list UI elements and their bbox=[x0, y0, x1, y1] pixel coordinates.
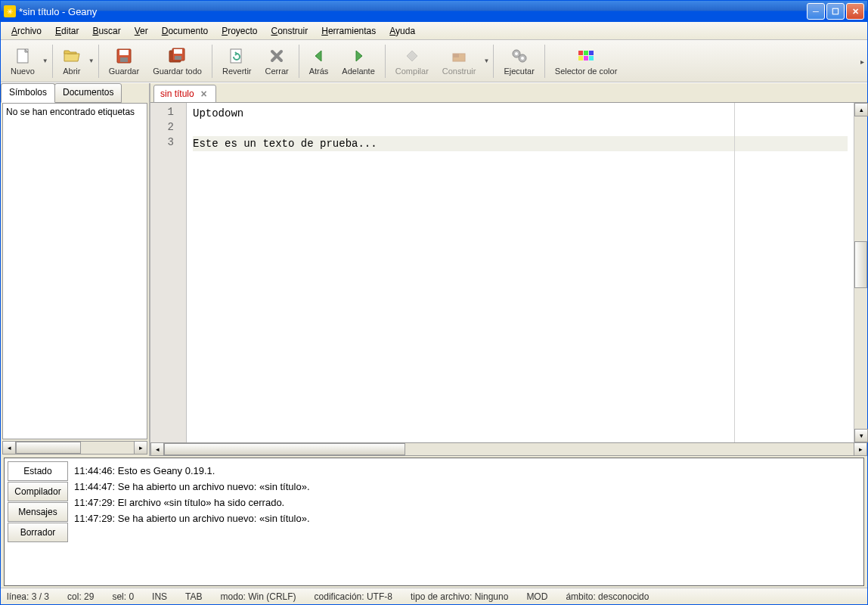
forward-button[interactable]: Adelante bbox=[335, 42, 381, 80]
menu-editar[interactable]: Editar bbox=[49, 23, 85, 39]
compile-icon bbox=[403, 47, 421, 65]
app-icon: ✳ bbox=[4, 5, 16, 17]
new-file-icon bbox=[14, 47, 32, 65]
svg-rect-20 bbox=[589, 56, 594, 60]
svg-rect-6 bbox=[174, 49, 182, 54]
message-line[interactable]: 11:47:29: El archivo «sin título» ha sid… bbox=[74, 495, 854, 510]
svg-rect-18 bbox=[578, 56, 583, 60]
gears-icon bbox=[510, 47, 529, 65]
message-panel: Estado Compilador Mensajes Borrador 11:4… bbox=[4, 458, 864, 586]
msgtab-mensajes[interactable]: Mensajes bbox=[8, 502, 68, 522]
sidebar-content: No se han encontrado etiquetas bbox=[2, 103, 147, 439]
revert-icon bbox=[228, 47, 246, 65]
window-title: *sin título - Geany bbox=[19, 6, 807, 17]
open-dropdown[interactable]: ▼ bbox=[88, 42, 95, 80]
document-tabs: sin título × bbox=[150, 83, 867, 103]
menu-ayuda[interactable]: Ayuda bbox=[383, 23, 421, 39]
save-all-button[interactable]: Guardar todo bbox=[146, 42, 209, 80]
save-button[interactable]: Guardar bbox=[102, 42, 146, 80]
arrow-left-icon bbox=[310, 47, 328, 65]
status-col: col: 29 bbox=[67, 591, 94, 602]
message-line[interactable]: 11:44:46: Esto es Geany 0.19.1. bbox=[74, 463, 854, 479]
new-dropdown[interactable]: ▼ bbox=[42, 42, 49, 80]
save-all-icon bbox=[169, 47, 187, 65]
maximize-button[interactable]: ☐ bbox=[826, 3, 845, 20]
scroll-right-icon[interactable]: ▸ bbox=[134, 441, 147, 455]
svg-point-14 bbox=[521, 57, 524, 60]
close-doc-icon bbox=[268, 47, 286, 65]
tab-documents[interactable]: Documentos bbox=[54, 83, 122, 103]
menu-buscar[interactable]: Buscar bbox=[86, 23, 126, 39]
menu-ver[interactable]: Ver bbox=[129, 23, 154, 39]
main-area: Símbolos Documentos No se han encontrado… bbox=[1, 82, 867, 456]
code-line[interactable]: Uptodown bbox=[193, 106, 848, 121]
minimize-button[interactable]: ─ bbox=[807, 3, 825, 20]
message-content[interactable]: 11:44:46: Esto es Geany 0.19.1. 11:44:47… bbox=[68, 461, 860, 582]
code-line[interactable] bbox=[193, 121, 848, 136]
sidebar: Símbolos Documentos No se han encontrado… bbox=[1, 83, 150, 456]
margin-guide bbox=[734, 103, 735, 442]
document-tab[interactable]: sin título × bbox=[153, 85, 216, 103]
msgtab-compilador[interactable]: Compilador bbox=[8, 482, 68, 501]
status-mode: modo: Win (CRLF) bbox=[221, 591, 296, 602]
editor-area: sin título × 1 2 3 Uptodown Este es un t… bbox=[150, 83, 867, 456]
editor[interactable]: 1 2 3 Uptodown Este es un texto de prueb… bbox=[150, 103, 867, 442]
code-line[interactable]: Este es un texto de prueba... bbox=[193, 136, 848, 151]
open-button[interactable]: Abrir bbox=[56, 42, 88, 80]
scroll-left-icon[interactable]: ◂ bbox=[2, 441, 16, 455]
status-sel: sel: 0 bbox=[112, 591, 134, 602]
tab-close-icon[interactable]: × bbox=[199, 88, 209, 99]
menu-herramientas[interactable]: Herramientas bbox=[315, 23, 382, 39]
toolbar-overflow[interactable]: ▸ bbox=[860, 57, 864, 65]
menu-documento[interactable]: Documento bbox=[156, 23, 214, 39]
close-button[interactable]: ✕ bbox=[846, 3, 864, 20]
line-number: 2 bbox=[150, 121, 186, 136]
menu-construir[interactable]: Construir bbox=[265, 23, 315, 39]
menubar: Archivo Editar Buscar Ver Documento Proy… bbox=[1, 22, 867, 40]
sidebar-hscroll[interactable]: ◂ ▸ bbox=[2, 441, 147, 455]
status-scope: ámbito: desconocido bbox=[566, 591, 649, 602]
color-picker-button[interactable]: Selector de color bbox=[548, 42, 625, 80]
tab-symbols[interactable]: Símbolos bbox=[1, 83, 55, 103]
message-line[interactable]: 11:44:47: Se ha abierto un archivo nuevo… bbox=[74, 479, 854, 495]
compile-button: Compilar bbox=[389, 42, 436, 80]
statusbar: línea: 3 / 3 col: 29 sel: 0 INS TAB modo… bbox=[1, 588, 867, 604]
editor-text[interactable]: Uptodown Este es un texto de prueba... bbox=[187, 103, 854, 442]
folder-open-icon bbox=[63, 47, 81, 65]
menu-proyecto[interactable]: Proyecto bbox=[215, 23, 263, 39]
document-tab-label: sin título bbox=[160, 88, 194, 99]
scroll-left-icon[interactable]: ◂ bbox=[150, 442, 164, 456]
editor-vscroll[interactable]: ▴ ▾ bbox=[854, 103, 867, 442]
revert-button[interactable]: Revertir bbox=[215, 42, 259, 80]
build-button: Construir bbox=[436, 42, 483, 80]
back-button[interactable]: Atrás bbox=[302, 42, 336, 80]
scroll-up-icon[interactable]: ▴ bbox=[854, 103, 868, 116]
status-encoding: codificación: UTF-8 bbox=[315, 591, 392, 602]
svg-point-12 bbox=[515, 52, 518, 55]
svg-rect-19 bbox=[584, 56, 588, 60]
svg-rect-15 bbox=[578, 51, 583, 55]
menu-archivo[interactable]: Archivo bbox=[5, 23, 48, 39]
save-icon bbox=[115, 47, 133, 65]
msgtab-estado[interactable]: Estado bbox=[8, 461, 68, 481]
line-gutter: 1 2 3 bbox=[150, 103, 187, 442]
scroll-down-icon[interactable]: ▾ bbox=[854, 429, 868, 442]
editor-hscroll[interactable]: ◂ ▸ bbox=[150, 442, 867, 456]
line-number: 1 bbox=[150, 106, 186, 121]
close-doc-button[interactable]: Cerrar bbox=[259, 42, 296, 80]
status-line: línea: 3 / 3 bbox=[7, 591, 49, 602]
main-window: ✳ *sin título - Geany ─ ☐ ✕ Archivo Edit… bbox=[0, 0, 868, 605]
titlebar[interactable]: ✳ *sin título - Geany ─ ☐ ✕ bbox=[1, 1, 867, 22]
status-tab: TAB bbox=[185, 591, 202, 602]
status-mod: MOD bbox=[526, 591, 547, 602]
status-ins: INS bbox=[152, 591, 167, 602]
build-dropdown[interactable]: ▼ bbox=[482, 42, 490, 80]
message-line[interactable]: 11:47:29: Se ha abierto un archivo nuevo… bbox=[74, 510, 854, 526]
new-button[interactable]: Nuevo bbox=[4, 42, 42, 80]
scroll-right-icon[interactable]: ▸ bbox=[854, 442, 867, 456]
execute-button[interactable]: Ejecutar bbox=[497, 42, 541, 80]
msgtab-borrador[interactable]: Borrador bbox=[8, 523, 68, 542]
svg-rect-7 bbox=[175, 56, 181, 60]
status-filetype: tipo de archivo: Ninguno bbox=[411, 591, 508, 602]
arrow-right-icon bbox=[349, 47, 367, 65]
